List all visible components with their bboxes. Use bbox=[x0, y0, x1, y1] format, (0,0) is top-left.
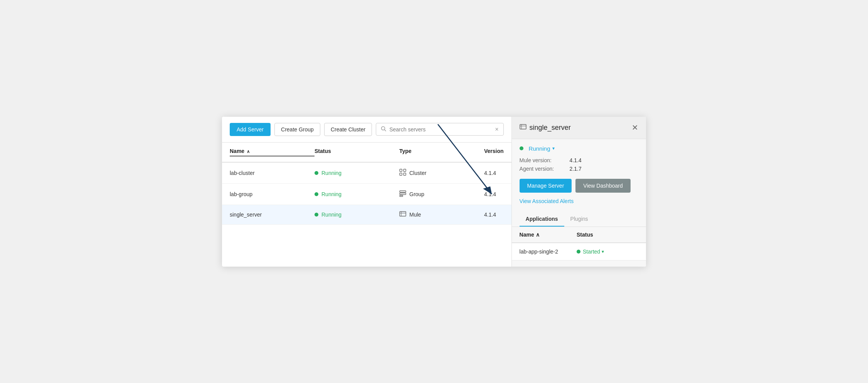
cell-version: 4.1.4 bbox=[484, 169, 504, 177]
status-dot-icon bbox=[315, 213, 318, 217]
toolbar: Add Server Create Group Create Cluster × bbox=[222, 117, 511, 143]
svg-rect-8 bbox=[400, 191, 406, 192]
manage-server-button[interactable]: Manage Server bbox=[520, 179, 572, 193]
table-header: Name ∧ Status Type Version bbox=[222, 143, 511, 163]
sub-sort-icon: ∧ bbox=[536, 232, 540, 238]
sub-col-header-name[interactable]: Name ∧ bbox=[520, 232, 577, 238]
mule-version-value: 4.1.4 bbox=[570, 157, 638, 163]
tabs-bar: Applications Plugins bbox=[512, 212, 646, 227]
svg-rect-14 bbox=[520, 124, 526, 129]
sort-asc-icon: ∧ bbox=[247, 149, 250, 154]
svg-rect-7 bbox=[404, 173, 406, 175]
detail-header: single_server ✕ bbox=[512, 117, 646, 139]
detail-status-text: Running bbox=[529, 145, 550, 152]
create-cluster-button[interactable]: Create Cluster bbox=[324, 123, 372, 136]
view-alerts-link[interactable]: View Associated Alerts bbox=[520, 198, 638, 204]
search-icon bbox=[381, 126, 386, 133]
detail-body: Running ▾ Mule version: 4.1.4 Agent vers… bbox=[512, 139, 646, 267]
status-dropdown-icon[interactable]: ▾ bbox=[552, 146, 555, 151]
table-row[interactable]: single_server Running Mule bbox=[222, 205, 511, 225]
agent-version-label: Agent version: bbox=[520, 166, 570, 172]
sub-col-header-status[interactable]: Status bbox=[577, 232, 638, 238]
svg-rect-5 bbox=[404, 169, 406, 171]
svg-rect-4 bbox=[400, 169, 402, 171]
agent-version-value: 2.1.7 bbox=[570, 166, 638, 172]
search-input[interactable] bbox=[389, 126, 492, 133]
cell-version: 4.1.4 bbox=[484, 190, 504, 198]
mule-version-label: Mule version: bbox=[520, 157, 570, 163]
status-dot-icon bbox=[315, 171, 318, 175]
svg-rect-6 bbox=[400, 173, 402, 175]
table-body: lab-cluster Running Clust bbox=[222, 163, 511, 225]
tab-plugins[interactable]: Plugins bbox=[564, 212, 594, 227]
col-header-type[interactable]: Type bbox=[399, 148, 484, 156]
left-panel: Add Server Create Group Create Cluster ×… bbox=[222, 117, 512, 267]
svg-line-3 bbox=[385, 130, 386, 131]
search-clear-button[interactable]: × bbox=[495, 126, 498, 133]
col-header-name[interactable]: Name ∧ bbox=[230, 148, 315, 156]
close-panel-button[interactable]: ✕ bbox=[632, 124, 638, 131]
table-row[interactable]: lab-cluster Running Clust bbox=[222, 163, 511, 184]
sub-table-row[interactable]: lab-app-single-2 Started ▾ bbox=[512, 243, 646, 260]
status-dot-icon bbox=[520, 146, 523, 150]
svg-rect-11 bbox=[400, 212, 406, 216]
svg-rect-10 bbox=[400, 195, 403, 197]
cell-status: Running bbox=[315, 190, 399, 198]
cell-name: lab-cluster bbox=[230, 169, 315, 177]
group-icon bbox=[399, 190, 406, 198]
cell-name: single_server bbox=[230, 211, 315, 218]
cell-version: 4.1.4 bbox=[484, 211, 504, 218]
add-server-button[interactable]: Add Server bbox=[230, 123, 271, 136]
sub-cell-status: Started ▾ bbox=[577, 249, 638, 255]
cell-type: Group bbox=[399, 190, 484, 198]
cell-type: Mule bbox=[399, 211, 484, 218]
main-container: Add Server Create Group Create Cluster ×… bbox=[222, 117, 646, 267]
sub-table: Name ∧ Status lab-app-single-2 Started ▾ bbox=[520, 227, 638, 260]
tab-applications[interactable]: Applications bbox=[520, 212, 564, 227]
server-icon bbox=[520, 124, 527, 131]
detail-info-grid: Mule version: 4.1.4 Agent version: 2.1.7 bbox=[520, 157, 638, 172]
status-dot-icon bbox=[577, 250, 580, 254]
action-buttons: Manage Server View Dashboard bbox=[520, 179, 638, 193]
started-dropdown-icon[interactable]: ▾ bbox=[602, 249, 604, 254]
detail-status-row: Running ▾ bbox=[520, 145, 638, 152]
create-group-button[interactable]: Create Group bbox=[274, 123, 320, 136]
cell-name: lab-group bbox=[230, 190, 315, 198]
mule-icon bbox=[399, 211, 406, 218]
detail-title: single_server bbox=[530, 124, 571, 132]
view-dashboard-button[interactable]: View Dashboard bbox=[575, 179, 630, 193]
right-panel: single_server ✕ Running ▾ Mule version: … bbox=[512, 117, 646, 267]
status-dot-icon bbox=[315, 192, 318, 196]
cell-status: Running bbox=[315, 169, 399, 177]
cell-type: Cluster bbox=[399, 169, 484, 177]
detail-title-group: single_server bbox=[520, 124, 571, 132]
sub-cell-name: lab-app-single-2 bbox=[520, 249, 577, 255]
cluster-icon bbox=[399, 169, 406, 177]
search-box: × bbox=[376, 123, 503, 136]
sub-table-header: Name ∧ Status bbox=[512, 227, 646, 243]
col-header-status[interactable]: Status bbox=[315, 148, 399, 156]
svg-rect-9 bbox=[400, 193, 406, 195]
col-header-version[interactable]: Version bbox=[484, 148, 504, 156]
cell-status: Running bbox=[315, 211, 399, 218]
table-row[interactable]: lab-group Running Group bbox=[222, 184, 511, 205]
